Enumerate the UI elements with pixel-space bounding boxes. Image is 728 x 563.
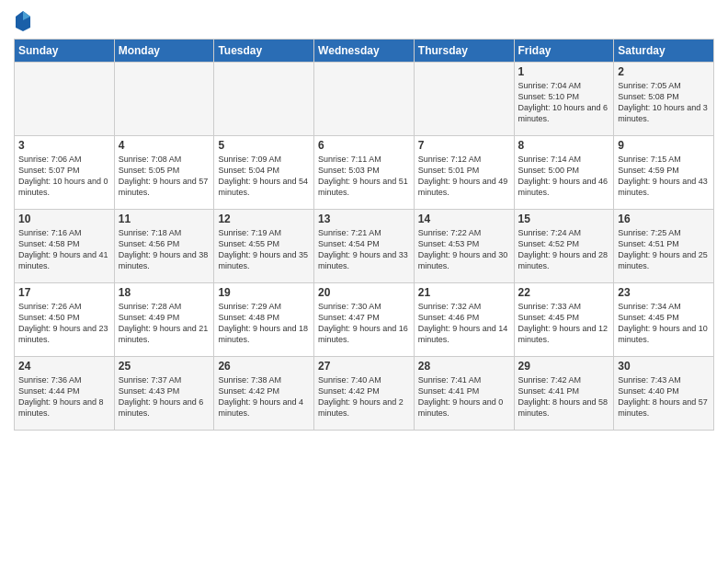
weekday-header-saturday: Saturday	[614, 40, 714, 63]
day-number: 13	[318, 213, 410, 225]
day-cell	[214, 63, 314, 136]
day-number: 16	[618, 213, 710, 225]
weekday-header-thursday: Thursday	[414, 40, 514, 63]
day-cell: 21Sunrise: 7:32 AM Sunset: 4:46 PM Dayli…	[414, 283, 514, 357]
day-info: Sunrise: 7:30 AM Sunset: 4:47 PM Dayligh…	[318, 301, 410, 346]
day-number: 10	[18, 213, 110, 225]
day-cell: 20Sunrise: 7:30 AM Sunset: 4:47 PM Dayli…	[314, 283, 415, 357]
day-info: Sunrise: 7:15 AM Sunset: 4:59 PM Dayligh…	[618, 154, 710, 199]
day-number: 23	[618, 286, 710, 299]
day-info: Sunrise: 7:18 AM Sunset: 4:56 PM Dayligh…	[119, 227, 210, 272]
day-info: Sunrise: 7:33 AM Sunset: 4:45 PM Dayligh…	[518, 301, 610, 346]
day-cell: 2Sunrise: 7:05 AM Sunset: 5:08 PM Daylig…	[614, 63, 714, 136]
weekday-header-tuesday: Tuesday	[214, 40, 314, 63]
logo	[14, 9, 36, 31]
day-cell: 26Sunrise: 7:38 AM Sunset: 4:42 PM Dayli…	[214, 357, 314, 431]
day-number: 6	[318, 139, 410, 152]
day-number: 11	[119, 213, 210, 225]
day-cell: 17Sunrise: 7:26 AM Sunset: 4:50 PM Dayli…	[15, 283, 115, 357]
day-number: 5	[218, 139, 310, 152]
day-number: 21	[418, 286, 510, 299]
day-cell: 25Sunrise: 7:37 AM Sunset: 4:43 PM Dayli…	[114, 357, 214, 431]
calendar: SundayMondayTuesdayWednesdayThursdayFrid…	[14, 39, 714, 431]
day-cell: 28Sunrise: 7:41 AM Sunset: 4:41 PM Dayli…	[414, 357, 514, 431]
weekday-header-row: SundayMondayTuesdayWednesdayThursdayFrid…	[15, 40, 714, 63]
week-row-4: 17Sunrise: 7:26 AM Sunset: 4:50 PM Dayli…	[15, 283, 714, 357]
day-number: 14	[418, 213, 510, 225]
day-number: 7	[418, 139, 510, 152]
day-info: Sunrise: 7:34 AM Sunset: 4:45 PM Dayligh…	[618, 301, 710, 346]
day-info: Sunrise: 7:36 AM Sunset: 4:44 PM Dayligh…	[18, 374, 110, 419]
day-number: 20	[318, 286, 410, 299]
day-cell	[15, 63, 115, 136]
day-info: Sunrise: 7:21 AM Sunset: 4:54 PM Dayligh…	[318, 227, 410, 272]
day-info: Sunrise: 7:32 AM Sunset: 4:46 PM Dayligh…	[418, 301, 510, 346]
day-number: 2	[618, 65, 710, 78]
day-cell: 8Sunrise: 7:14 AM Sunset: 5:00 PM Daylig…	[514, 136, 614, 210]
day-cell: 29Sunrise: 7:42 AM Sunset: 4:41 PM Dayli…	[514, 357, 614, 431]
day-cell: 13Sunrise: 7:21 AM Sunset: 4:54 PM Dayli…	[314, 210, 415, 283]
day-number: 29	[518, 360, 610, 373]
week-row-5: 24Sunrise: 7:36 AM Sunset: 4:44 PM Dayli…	[15, 357, 714, 431]
day-info: Sunrise: 7:22 AM Sunset: 4:53 PM Dayligh…	[418, 227, 510, 272]
day-info: Sunrise: 7:11 AM Sunset: 5:03 PM Dayligh…	[318, 154, 410, 199]
day-info: Sunrise: 7:05 AM Sunset: 5:08 PM Dayligh…	[618, 80, 710, 125]
day-info: Sunrise: 7:12 AM Sunset: 5:01 PM Dayligh…	[418, 154, 510, 199]
day-cell: 3Sunrise: 7:06 AM Sunset: 5:07 PM Daylig…	[15, 136, 115, 210]
day-cell	[414, 63, 514, 136]
day-cell: 19Sunrise: 7:29 AM Sunset: 4:48 PM Dayli…	[214, 283, 314, 357]
day-info: Sunrise: 7:29 AM Sunset: 4:48 PM Dayligh…	[218, 301, 310, 346]
day-number: 19	[218, 286, 310, 299]
day-info: Sunrise: 7:26 AM Sunset: 4:50 PM Dayligh…	[18, 301, 110, 346]
day-cell: 9Sunrise: 7:15 AM Sunset: 4:59 PM Daylig…	[614, 136, 714, 210]
day-info: Sunrise: 7:16 AM Sunset: 4:58 PM Dayligh…	[18, 227, 110, 272]
day-number: 12	[218, 213, 310, 225]
day-cell: 18Sunrise: 7:28 AM Sunset: 4:49 PM Dayli…	[114, 283, 214, 357]
day-number: 15	[518, 213, 610, 225]
day-number: 27	[318, 360, 410, 373]
day-cell: 23Sunrise: 7:34 AM Sunset: 4:45 PM Dayli…	[614, 283, 714, 357]
day-cell: 30Sunrise: 7:43 AM Sunset: 4:40 PM Dayli…	[614, 357, 714, 431]
day-info: Sunrise: 7:14 AM Sunset: 5:00 PM Dayligh…	[518, 154, 610, 199]
week-row-1: 1Sunrise: 7:04 AM Sunset: 5:10 PM Daylig…	[15, 63, 714, 136]
day-info: Sunrise: 7:09 AM Sunset: 5:04 PM Dayligh…	[218, 154, 310, 199]
day-cell: 5Sunrise: 7:09 AM Sunset: 5:04 PM Daylig…	[214, 136, 314, 210]
day-cell: 24Sunrise: 7:36 AM Sunset: 4:44 PM Dayli…	[15, 357, 115, 431]
day-number: 22	[518, 286, 610, 299]
day-info: Sunrise: 7:41 AM Sunset: 4:41 PM Dayligh…	[418, 374, 510, 419]
day-cell: 14Sunrise: 7:22 AM Sunset: 4:53 PM Dayli…	[414, 210, 514, 283]
weekday-header-monday: Monday	[114, 40, 214, 63]
day-cell: 11Sunrise: 7:18 AM Sunset: 4:56 PM Dayli…	[114, 210, 214, 283]
day-number: 8	[518, 139, 610, 152]
logo-icon	[14, 9, 32, 31]
day-info: Sunrise: 7:06 AM Sunset: 5:07 PM Dayligh…	[18, 154, 110, 199]
day-info: Sunrise: 7:19 AM Sunset: 4:55 PM Dayligh…	[218, 227, 310, 272]
day-info: Sunrise: 7:40 AM Sunset: 4:42 PM Dayligh…	[318, 374, 410, 419]
day-cell	[314, 63, 415, 136]
day-info: Sunrise: 7:04 AM Sunset: 5:10 PM Dayligh…	[518, 80, 610, 125]
day-cell: 10Sunrise: 7:16 AM Sunset: 4:58 PM Dayli…	[15, 210, 115, 283]
day-info: Sunrise: 7:08 AM Sunset: 5:05 PM Dayligh…	[119, 154, 210, 199]
day-number: 30	[618, 360, 710, 373]
day-cell: 16Sunrise: 7:25 AM Sunset: 4:51 PM Dayli…	[614, 210, 714, 283]
page-header	[14, 9, 714, 31]
day-cell: 4Sunrise: 7:08 AM Sunset: 5:05 PM Daylig…	[114, 136, 214, 210]
day-info: Sunrise: 7:43 AM Sunset: 4:40 PM Dayligh…	[618, 374, 710, 419]
day-number: 18	[119, 286, 210, 299]
weekday-header-wednesday: Wednesday	[314, 40, 415, 63]
day-info: Sunrise: 7:25 AM Sunset: 4:51 PM Dayligh…	[618, 227, 710, 272]
week-row-2: 3Sunrise: 7:06 AM Sunset: 5:07 PM Daylig…	[15, 136, 714, 210]
day-cell: 15Sunrise: 7:24 AM Sunset: 4:52 PM Dayli…	[514, 210, 614, 283]
day-number: 25	[119, 360, 210, 373]
day-cell: 22Sunrise: 7:33 AM Sunset: 4:45 PM Dayli…	[514, 283, 614, 357]
day-number: 4	[119, 139, 210, 152]
day-cell	[114, 63, 214, 136]
day-number: 28	[418, 360, 510, 373]
day-info: Sunrise: 7:38 AM Sunset: 4:42 PM Dayligh…	[218, 374, 310, 419]
day-info: Sunrise: 7:24 AM Sunset: 4:52 PM Dayligh…	[518, 227, 610, 272]
day-cell: 6Sunrise: 7:11 AM Sunset: 5:03 PM Daylig…	[314, 136, 415, 210]
day-cell: 1Sunrise: 7:04 AM Sunset: 5:10 PM Daylig…	[514, 63, 614, 136]
day-number: 9	[618, 139, 710, 152]
day-number: 17	[18, 286, 110, 299]
day-number: 26	[218, 360, 310, 373]
